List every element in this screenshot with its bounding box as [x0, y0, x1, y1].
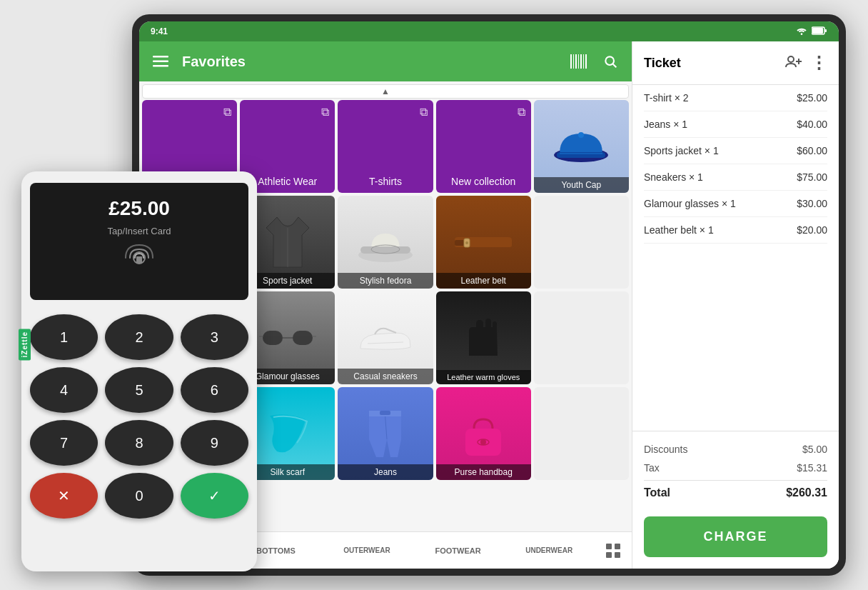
charge-button[interactable]: CHARGE [644, 516, 827, 557]
ticket-item[interactable]: Sports jacket × 1 $60.00 [644, 138, 827, 164]
svg-rect-42 [615, 544, 620, 549]
item-name: Sneakers × 1 [644, 171, 703, 183]
category-icon: ⧉ [420, 106, 428, 119]
svg-point-39 [480, 439, 486, 445]
category-tshirts[interactable]: ⧉ T-shirts [338, 100, 433, 193]
category-label: T-shirts [369, 176, 402, 187]
discounts-row: Discounts $5.00 [644, 440, 827, 459]
barcode-icon[interactable] [569, 51, 589, 71]
key-7[interactable]: 7 [30, 420, 98, 466]
ticket-header: Ticket ⋮ [632, 41, 839, 85]
key-2[interactable]: 2 [105, 314, 173, 360]
product-belt[interactable]: Leather belt [436, 196, 531, 289]
key-8[interactable]: 8 [105, 420, 173, 466]
ticket-item[interactable]: Leather belt × 1 $20.00 [644, 217, 827, 244]
reader-prompt: Tap/Insert Card [39, 226, 240, 236]
item-name: Sports jacket × 1 [644, 145, 719, 156]
product-sneakers[interactable]: Casual sneakers [338, 291, 433, 384]
svg-rect-15 [585, 54, 587, 69]
ticket-panel: Ticket ⋮ [632, 41, 839, 569]
svg-rect-4 [812, 28, 823, 34]
key-3[interactable]: 3 [181, 314, 248, 360]
toolbar-title: Favorites [182, 54, 557, 70]
item-price: $20.00 [797, 224, 827, 236]
product-youth-cap[interactable]: Youth Cap [534, 100, 629, 193]
svg-rect-13 [580, 54, 582, 69]
ticket-title: Ticket [644, 56, 784, 71]
key-1[interactable]: 1 [30, 314, 98, 360]
item-price: $60.00 [797, 145, 827, 156]
svg-rect-43 [606, 552, 612, 558]
key-5[interactable]: 5 [105, 367, 173, 413]
item-price: $30.00 [797, 198, 827, 209]
wifi-icon [796, 26, 807, 37]
izettle-label: iZettle [19, 329, 31, 360]
battery-icon [812, 26, 827, 37]
item-name: Leather belt × 1 [644, 224, 714, 236]
item-price: $25.00 [797, 92, 827, 104]
ticket-item[interactable]: Sneakers × 1 $75.00 [644, 164, 827, 191]
discounts-label: Discounts [644, 444, 687, 455]
product-label: Purse handbag [436, 464, 531, 480]
nav-footwear[interactable]: FOOTWEAR [413, 532, 504, 569]
scroll-up[interactable]: ▲ [142, 84, 629, 99]
more-icon[interactable]: ⋮ [810, 53, 827, 73]
ticket-header-icons: ⋮ [784, 53, 827, 73]
svg-rect-29 [263, 331, 283, 345]
nav-underwear[interactable]: UNDERWEAR [503, 532, 595, 569]
tax-row: Tax $15.31 [644, 459, 827, 477]
product-jeans[interactable]: Jeans [338, 387, 433, 480]
empty-slot-3 [534, 387, 629, 480]
svg-rect-11 [575, 54, 577, 69]
svg-rect-1 [136, 256, 142, 264]
svg-rect-19 [557, 152, 605, 158]
reader-keypad: 1 2 3 4 5 6 7 8 9 ✕ 0 ✓ [30, 314, 248, 519]
key-confirm[interactable]: ✓ [181, 473, 248, 519]
total-value: $260.31 [786, 486, 827, 499]
svg-rect-44 [615, 552, 620, 558]
tap-icon [39, 244, 240, 279]
svg-point-20 [578, 132, 584, 138]
category-icon: ⧉ [223, 106, 231, 119]
key-6[interactable]: 6 [181, 367, 248, 413]
tax-value: $15.31 [797, 462, 827, 474]
svg-rect-8 [153, 65, 168, 67]
category-label: Athletic Wear [258, 176, 317, 187]
ticket-totals: Discounts $5.00 Tax $15.31 Total $260.31 [632, 431, 839, 508]
grid-view-button[interactable] [595, 544, 632, 558]
svg-rect-30 [293, 331, 313, 345]
reader-screen: £25.00 Tap/Insert Card [30, 183, 248, 300]
key-9[interactable]: 9 [181, 420, 248, 466]
tax-label: Tax [644, 462, 660, 474]
time: 9:41 [151, 26, 168, 36]
search-icon[interactable] [600, 51, 620, 71]
ticket-item[interactable]: Glamour glasses × 1 $30.00 [644, 191, 827, 217]
category-icon: ⧉ [321, 106, 329, 119]
product-purse[interactable]: Purse handbag [436, 387, 531, 480]
nav-outerwear[interactable]: OUTERWEAR [321, 532, 413, 569]
svg-rect-37 [380, 411, 390, 415]
key-0[interactable]: 0 [105, 473, 173, 519]
ticket-item[interactable]: Jeans × 1 $40.00 [644, 111, 827, 138]
reader-amount: £25.00 [39, 197, 240, 220]
svg-rect-9 [570, 54, 572, 69]
svg-point-45 [788, 56, 794, 62]
svg-rect-12 [578, 54, 579, 69]
menu-icon[interactable] [151, 51, 171, 71]
ticket-item[interactable]: T-shirt × 2 $25.00 [644, 85, 827, 111]
add-person-icon[interactable] [784, 54, 802, 72]
empty-slot-1 [534, 196, 629, 289]
svg-point-28 [465, 241, 468, 244]
product-gloves[interactable]: Leather warm gloves [436, 291, 531, 384]
product-fedora[interactable]: Stylish fedora [338, 196, 433, 289]
total-label: Total [644, 486, 670, 499]
category-new-collection[interactable]: ⧉ New collection [436, 100, 531, 193]
card-reader: £25.00 Tap/Insert Card 1 2 3 4 5 6 7 8 9… [21, 171, 257, 571]
key-cancel[interactable]: ✕ [30, 473, 98, 519]
total-row: Total $260.31 [644, 480, 827, 508]
key-4[interactable]: 4 [30, 367, 98, 413]
item-price: $40.00 [797, 119, 827, 130]
toolbar: Favorites [139, 41, 632, 81]
svg-point-2 [801, 33, 803, 35]
product-label: Leather belt [436, 273, 531, 289]
